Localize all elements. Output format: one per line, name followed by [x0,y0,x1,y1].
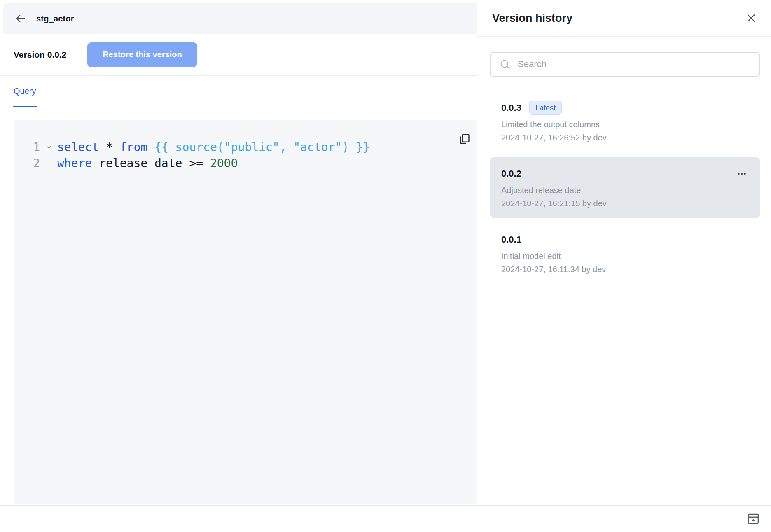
main-pane: stg_actor Version 0.0.2 Restore this ver… [0,0,477,505]
tab-query[interactable]: Query [13,76,37,107]
version-item-header: 0.0.2 [501,166,749,182]
line-number: 2 [14,156,40,170]
version-item-header: 0.0.1 [501,232,749,247]
panel-header: Version history [477,0,771,37]
version-item-header: 0.0.3Latest [501,100,749,116]
code-editor[interactable]: 1select * from {{ source("public", "acto… [14,120,477,504]
version-description: Initial model edit [501,250,749,262]
search-input[interactable] [517,58,752,70]
panel-collapse-icon [746,512,760,526]
code-text: select * from {{ source("public", "actor… [57,140,370,154]
page-title: stg_actor [36,14,74,23]
code-line-2: 2where release_date >= 2000 [14,155,477,171]
collapse-panel-button[interactable] [746,512,760,526]
tab-query-label: Query [14,86,36,96]
version-description: Adjusted release date [501,184,749,196]
ellipsis-icon [736,168,748,180]
version-list: 0.0.3LatestLimited the output columns202… [490,91,760,284]
version-history-panel: Version history 0.0.3LatestLimited the o… [477,0,771,505]
panel-body: 0.0.3LatestLimited the output columns202… [477,37,771,289]
copy-code-button[interactable] [456,130,473,147]
bottom-bar [0,505,771,532]
version-number: 0.0.3 [501,103,521,113]
code-lines: 1select * from {{ source("public", "acto… [14,139,477,171]
latest-badge: Latest [529,101,562,115]
version-item-0.0.2[interactable]: 0.0.2Adjusted release date2024-10-27, 16… [490,157,760,218]
version-description: Limited the output columns [501,119,749,131]
search-box[interactable] [490,52,760,77]
version-item-0.0.1[interactable]: 0.0.1Initial model edit2024-10-27, 16:11… [490,223,760,284]
close-panel-button[interactable] [745,12,758,25]
version-number: 0.0.1 [501,234,521,245]
code-text: where release_date >= 2000 [57,156,238,170]
version-timestamp: 2024-10-27, 16:26:52 by dev [501,132,749,144]
copy-icon [458,132,472,146]
line-number: 1 [14,140,40,154]
restore-version-button[interactable]: Restore this version [87,42,197,67]
version-menu-button[interactable] [735,167,749,181]
top-bar: stg_actor [3,3,477,34]
version-timestamp: 2024-10-27, 16:11:34 by dev [501,264,749,275]
version-bar: Version 0.0.2 Restore this version [0,34,477,76]
arrow-left-icon [14,12,27,25]
version-item-0.0.3[interactable]: 0.0.3LatestLimited the output columns202… [490,91,760,152]
version-label: Version 0.0.2 [14,50,66,60]
version-number: 0.0.2 [501,168,521,179]
tabs: Query [0,76,477,107]
fold-chevron-icon[interactable] [45,143,53,151]
code-line-1: 1select * from {{ source("public", "acto… [14,139,477,155]
panel-title: Version history [492,12,572,25]
back-button[interactable] [14,12,27,25]
code-fold-toggle[interactable] [40,143,57,151]
version-timestamp: 2024-10-27, 16:21:15 by dev [501,198,749,210]
close-icon [745,12,758,25]
search-icon [499,58,511,70]
content-row: stg_actor Version 0.0.2 Restore this ver… [0,0,771,505]
app-root: stg_actor Version 0.0.2 Restore this ver… [0,0,771,532]
